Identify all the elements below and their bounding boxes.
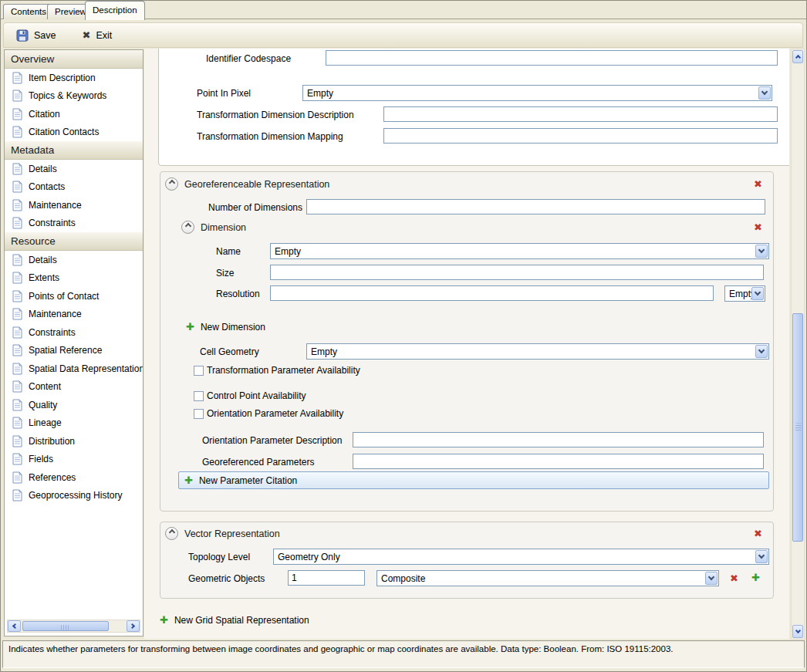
status-bar: Indicates whether parameters for transfo… — [2, 640, 805, 668]
dropdown-button[interactable] — [705, 572, 718, 585]
chevron-down-icon — [758, 347, 765, 353]
sidebar-item[interactable]: Points of Contact — [5, 287, 143, 306]
sidebar-item[interactable]: Constraints — [5, 323, 143, 342]
sidebar-item[interactable]: Citation Contacts — [5, 123, 143, 142]
sidebar-item[interactable]: Constraints — [5, 214, 143, 233]
new-grid-spatial-representation-link[interactable]: ✚ New Grid Spatial Representation — [160, 614, 309, 626]
sidebar-item[interactable]: Item Description — [5, 69, 143, 87]
geometric-objects-type-dropdown[interactable]: Composite — [376, 570, 719, 586]
dimension-resolution-input[interactable] — [270, 285, 714, 301]
sidebar-item[interactable]: Distribution — [5, 432, 143, 451]
main-form-area: Identifier Codespace Point In Pixel Empt… — [144, 49, 789, 639]
sidebar-item[interactable]: Citation — [5, 105, 143, 123]
transformation-dimension-description-input[interactable] — [383, 106, 778, 122]
point-in-pixel-dropdown[interactable]: Empty — [302, 85, 772, 101]
dimension-name-label: Name — [216, 246, 241, 257]
dimension-size-label: Size — [216, 268, 234, 279]
save-button[interactable]: Save — [13, 26, 59, 45]
resolution-unit-dropdown[interactable]: Empty — [724, 285, 765, 302]
georeferenced-parameters-label: Georeferenced Parameters — [202, 457, 314, 468]
chevron-down-icon — [761, 89, 768, 95]
add-geometric-object-icon[interactable]: ✚ — [751, 572, 760, 583]
collapse-section-button[interactable] — [165, 177, 178, 191]
vertical-scrollbar[interactable] — [791, 49, 805, 640]
topology-level-value: Geometry Only — [278, 552, 340, 562]
sidebar-item[interactable]: Content — [5, 378, 143, 397]
delete-section-icon[interactable]: ✖ — [754, 179, 762, 189]
cell-geometry-label: Cell Geometry — [200, 346, 259, 357]
document-page-icon — [12, 417, 23, 429]
sidebar-item[interactable]: Fields — [5, 451, 143, 469]
scroll-up-button[interactable] — [792, 50, 803, 63]
delete-dimension-icon[interactable]: ✖ — [754, 222, 762, 232]
sidebar-item[interactable]: Details — [5, 160, 143, 178]
sidebar-item-label: Content — [29, 381, 61, 392]
vertical-scroll-thumb[interactable] — [792, 313, 803, 542]
document-page-icon — [12, 199, 23, 211]
georeferenced-parameters-input[interactable] — [353, 454, 764, 469]
dimension-size-input[interactable] — [270, 265, 764, 280]
section-title: Georeferenceable Representation — [184, 179, 329, 190]
sidebar-item[interactable]: Maintenance — [5, 306, 143, 324]
transformation-dimension-mapping-input[interactable] — [383, 128, 778, 144]
cell-geometry-dropdown[interactable]: Empty — [306, 343, 769, 360]
identifier-codespace-input[interactable] — [326, 50, 778, 66]
sidebar-item[interactable]: Topics & Keywords — [5, 87, 143, 106]
sidebar-item[interactable]: Extents — [5, 269, 143, 288]
chevron-up-icon — [795, 55, 800, 60]
dropdown-button[interactable] — [755, 550, 768, 563]
geometric-objects-count-input[interactable] — [288, 570, 365, 586]
document-page-icon — [12, 290, 23, 302]
orientation-parameter-description-label: Orientation Parameter Description — [202, 435, 342, 446]
checkbox[interactable] — [194, 409, 204, 419]
chevron-up-icon — [184, 223, 191, 229]
document-page-icon — [12, 181, 23, 193]
point-in-pixel-label: Point In Pixel — [197, 88, 251, 99]
exit-x-icon: ✖ — [83, 29, 91, 41]
dropdown-button[interactable] — [758, 86, 771, 100]
section-title: Vector Representation — [184, 528, 280, 539]
sidebar-item[interactable]: Details — [5, 251, 143, 269]
orientation-parameter-description-input[interactable] — [353, 432, 764, 447]
sidebar-item[interactable]: References — [5, 468, 143, 487]
document-page-icon — [12, 344, 23, 356]
collapse-section-button[interactable] — [165, 527, 178, 540]
chevron-up-icon — [168, 529, 174, 535]
scroll-left-button[interactable] — [8, 620, 21, 632]
dimension-name-dropdown[interactable]: Empty — [270, 243, 769, 259]
exit-button[interactable]: ✖ Exit — [79, 26, 116, 45]
collapse-dimension-button[interactable] — [181, 221, 194, 234]
horizontal-scroll-thumb[interactable] — [22, 621, 109, 631]
dropdown-button[interactable] — [755, 245, 768, 258]
sidebar-horizontal-scrollbar[interactable] — [7, 620, 140, 633]
scroll-right-button[interactable] — [127, 620, 140, 632]
sidebar-item[interactable]: Lineage — [5, 414, 143, 433]
sidebar-item[interactable]: Maintenance — [5, 196, 143, 214]
sidebar-item[interactable]: Spatial Reference — [5, 342, 143, 360]
tab-description[interactable]: Description — [85, 1, 145, 20]
dropdown-button[interactable] — [751, 287, 764, 300]
sidebar-item-label: Details — [29, 164, 57, 174]
number-of-dimensions-input[interactable] — [306, 199, 765, 214]
checkbox[interactable] — [194, 391, 204, 401]
dropdown-button[interactable] — [755, 345, 768, 358]
checkbox[interactable] — [194, 366, 204, 376]
topology-level-dropdown[interactable]: Geometry Only — [273, 549, 769, 565]
thumb-grip — [795, 424, 802, 432]
sidebar-item[interactable]: Spatial Data Representation — [5, 360, 143, 378]
new-dimension-link[interactable]: ✚ New Dimension — [186, 321, 265, 333]
new-parameter-citation-button[interactable]: ✚ New Parameter Citation — [178, 471, 769, 489]
sidebar-item-label: Spatial Data Representation — [29, 363, 144, 374]
sidebar-item[interactable]: Geoprocessing History — [5, 487, 143, 505]
sidebar-item-label: Details — [29, 255, 57, 265]
sidebar-item[interactable]: Contacts — [5, 178, 143, 197]
document-page-icon — [12, 363, 23, 375]
topology-level-label: Topology Level — [188, 552, 250, 562]
chevron-down-icon — [758, 247, 765, 253]
sidebar-item[interactable]: Quality — [5, 396, 143, 414]
plus-icon: ✚ — [186, 321, 194, 333]
sidebar-item-label: Spatial Reference — [29, 345, 102, 356]
delete-geometric-object-icon[interactable]: ✖ — [730, 573, 738, 583]
scroll-down-button[interactable] — [792, 625, 803, 638]
delete-section-icon[interactable]: ✖ — [754, 528, 762, 539]
